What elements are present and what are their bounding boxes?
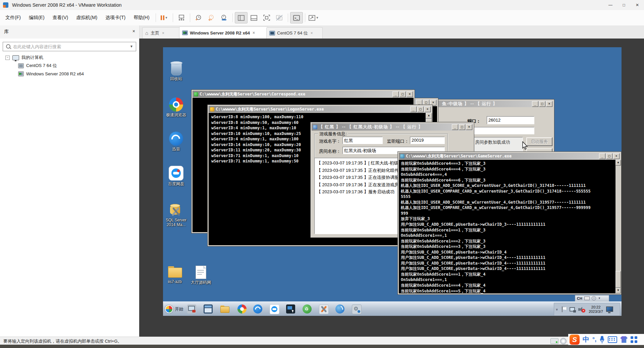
- maximize-button[interactable]: □: [417, 107, 424, 112]
- correspond-titlebar[interactable]: C:\wwwww\永利无毒Server\Server\Correspond.ex…: [193, 91, 414, 97]
- host-titlebar[interactable]: Windows Server 2008 R2 x64 - VMware Work…: [0, 0, 644, 10]
- tab-close-icon[interactable]: ×: [311, 31, 313, 36]
- search-box[interactable]: 在此处键入内容进行搜索 ▼: [3, 42, 136, 51]
- taskbar-terminal-window-icon[interactable]: [204, 304, 213, 314]
- sogou-input-bar[interactable]: S 中 °,: [568, 334, 644, 345]
- fit-guest-button[interactable]: ▼: [307, 12, 320, 23]
- chevron-down-icon[interactable]: ▼: [598, 297, 601, 300]
- microphone-icon[interactable]: [599, 336, 605, 343]
- take-snapshot-button[interactable]: +: [192, 12, 205, 23]
- desktop-icon-recycle-bin[interactable]: 回收站: [163, 61, 195, 81]
- minimize-button[interactable]: _: [410, 107, 417, 112]
- tab-close-icon[interactable]: ×: [162, 31, 164, 36]
- maximize-button[interactable]: □: [606, 153, 612, 159]
- tab-close-icon[interactable]: ×: [253, 30, 255, 35]
- cdrom-device-icon[interactable]: [560, 338, 567, 344]
- menu-tabs[interactable]: 选项卡(T): [101, 13, 129, 23]
- soft-keyboard-icon[interactable]: [608, 336, 617, 343]
- desktop-icon-lobby-source[interactable]: 大厅源码网: [182, 266, 219, 285]
- maximize-button[interactable]: □: [399, 91, 406, 97]
- pause-vm-button[interactable]: ▼: [158, 12, 171, 23]
- taskbar-baidu-netdisk-icon[interactable]: [270, 304, 279, 314]
- menu-edit[interactable]: 编辑(E): [25, 13, 49, 23]
- keyboard-icon[interactable]: [584, 296, 590, 300]
- menu-view[interactable]: 查看(V): [49, 13, 72, 23]
- taskbar-eco-recycle-icon[interactable]: ♻: [303, 304, 312, 314]
- sogou-logo-icon[interactable]: S: [570, 335, 580, 345]
- maximize-button[interactable]: □: [617, 0, 631, 10]
- vm-system-tray[interactable]: » ✕ 20:222023/3/7: [554, 303, 620, 316]
- close-button[interactable]: ×: [424, 107, 431, 112]
- minimize-button[interactable]: _: [599, 153, 605, 159]
- taskbar-xunlei-icon[interactable]: [253, 304, 262, 314]
- close-button[interactable]: ×: [407, 91, 413, 97]
- maximize-button[interactable]: □: [459, 124, 465, 130]
- tray-flag-icon[interactable]: [561, 306, 567, 313]
- close-button[interactable]: ×: [613, 153, 620, 159]
- punctuation-toggle-icon[interactable]: °,: [592, 336, 596, 343]
- scroll-down-icon[interactable]: ▼: [615, 288, 621, 293]
- tray-network-icon[interactable]: [569, 306, 576, 313]
- listen-port-input[interactable]: 20019: [410, 137, 445, 144]
- taskbar-browser-icon[interactable]: [335, 304, 344, 314]
- logonserver-titlebar[interactable]: C:\wwwww\永利无毒Server\Server\LogonServer.e…: [209, 106, 431, 113]
- snapshot-manager-button[interactable]: [218, 12, 230, 23]
- gameserver-titlebar[interactable]: C:\wwwww\永利无毒Server\Server\GameServer.ex…: [399, 153, 620, 159]
- tray-expand-icon[interactable]: »: [555, 308, 559, 310]
- vm-screen[interactable]: 回收站 极速浏览器 迅雷 百: [163, 47, 622, 316]
- game-name-input[interactable]: 红黑: [342, 137, 383, 144]
- port-input[interactable]: 26012: [487, 116, 534, 124]
- toggle-thumbnail-bar-button[interactable]: [248, 12, 260, 23]
- taskbar-config-gear-icon[interactable]: ⚙: [352, 304, 362, 314]
- menu-file[interactable]: 文件(F): [1, 13, 25, 23]
- taskbar-chrome-icon[interactable]: [237, 304, 247, 314]
- scroll-up-icon[interactable]: ▲: [615, 160, 621, 165]
- chevron-down-icon[interactable]: ▼: [130, 45, 133, 48]
- vm-language-bar[interactable]: CH ? ▼: [575, 295, 609, 301]
- minimize-button[interactable]: _: [532, 101, 538, 107]
- close-button[interactable]: ×: [546, 101, 552, 107]
- taskbar-remote-tool-icon[interactable]: [286, 304, 295, 314]
- maximize-button[interactable]: □: [539, 101, 545, 107]
- minimize-button[interactable]: —: [604, 0, 617, 10]
- gameserver-console-window[interactable]: C:\wwwww\永利无毒Server\Server\GameServer.ex…: [397, 151, 622, 295]
- tree-item-centos[interactable]: CentOS 7 64 位: [18, 62, 57, 69]
- taskbar-server-manager-icon[interactable]: [187, 304, 196, 314]
- desktop-icon-sql-server[interactable]: SQL Server2014 Ma...: [163, 202, 195, 227]
- vm-taskbar[interactable]: 开始: [163, 301, 622, 316]
- hdd-device-icon[interactable]: [550, 338, 558, 344]
- tree-item-windows-server[interactable]: ▶ Windows Server 2008 R2 x64: [18, 70, 84, 77]
- scroll-up-icon[interactable]: ▲: [426, 113, 432, 119]
- desktop-icon-baidu-netdisk[interactable]: 百度网盘: [163, 166, 195, 186]
- redblack-titlebar[interactable]: 【 红黑 】 -- 【 红黑大战-初级场 】 -- 【 运行 】 _ □ ×: [312, 123, 473, 131]
- language-button[interactable]: CH: [577, 296, 582, 300]
- toggle-library-button[interactable]: [235, 12, 248, 23]
- start-button[interactable]: 开始: [165, 303, 184, 315]
- fullscreen-button[interactable]: [260, 12, 273, 23]
- vertical-scrollbar[interactable]: ▲ ▼: [615, 160, 620, 293]
- chevron-down-icon[interactable]: ▼: [316, 16, 319, 19]
- taskbar-explorer-folder-icon[interactable]: [220, 304, 229, 314]
- tab-windows-server[interactable]: ▶ Windows Server 2008 R2 x64 ×: [179, 26, 268, 39]
- desktop-icon-xunlei[interactable]: 迅雷: [163, 132, 195, 151]
- tab-centos[interactable]: CentOS 7 64 位 ×: [266, 27, 323, 39]
- menu-vm[interactable]: 虚拟机(M): [72, 13, 101, 23]
- taskbar-tools-icon[interactable]: [319, 304, 329, 314]
- tree-item-my-computer[interactable]: − 我的计算机: [5, 54, 43, 61]
- tab-home[interactable]: ⌂ 主页 ×: [142, 27, 180, 39]
- chevron-down-icon[interactable]: ▼: [165, 16, 168, 19]
- start-service-button[interactable]: 启动服务: [526, 137, 552, 146]
- close-button[interactable]: ✕: [631, 0, 644, 10]
- desktop-icon-speed-browser[interactable]: 极速浏览器: [163, 97, 195, 117]
- help-icon[interactable]: ?: [592, 296, 596, 300]
- minimize-button[interactable]: _: [392, 91, 399, 97]
- close-button[interactable]: ×: [466, 124, 472, 130]
- tray-volume-muted-icon[interactable]: ✕: [578, 306, 585, 313]
- send-ctrl-alt-del-button[interactable]: [175, 12, 188, 23]
- library-close-icon[interactable]: ×: [132, 28, 135, 34]
- tray-display-icon[interactable]: [606, 306, 613, 313]
- tree-expander-icon[interactable]: −: [5, 56, 10, 60]
- scrollbar-thumb[interactable]: [615, 271, 621, 288]
- skin-icon[interactable]: [620, 336, 628, 343]
- minimize-button[interactable]: _: [452, 124, 458, 130]
